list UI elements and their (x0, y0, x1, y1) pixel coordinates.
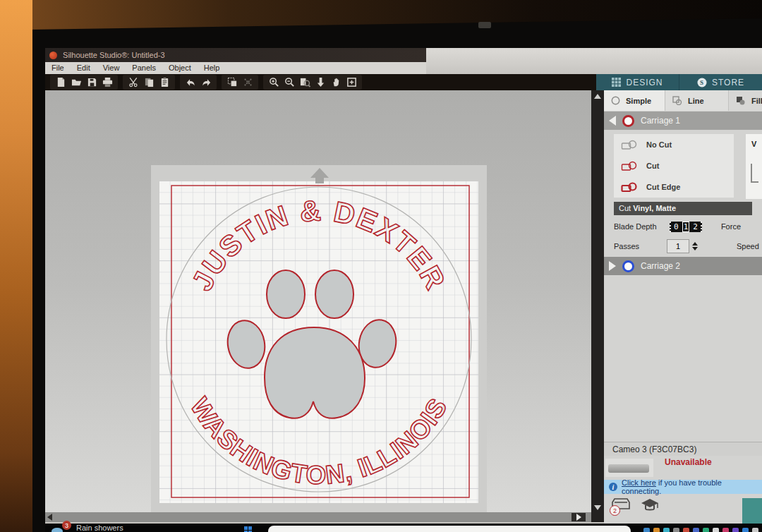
blade-graphic-icon (750, 164, 760, 185)
new-document-icon[interactable] (53, 76, 68, 88)
zoom-drag-icon[interactable] (313, 76, 328, 88)
passes-row: Passes Speed (614, 238, 762, 254)
passes-label: Passes (614, 242, 660, 250)
horizontal-scrollbar[interactable] (45, 512, 591, 522)
blade-depth-row: Blade Depth 012 Force (614, 219, 762, 234)
carriage2-header[interactable]: Carriage 2 (604, 257, 762, 275)
zoom-out-icon[interactable] (282, 76, 297, 88)
blade-depth-value[interactable]: 012 (670, 222, 702, 232)
paste-in-front-icon[interactable] (224, 76, 240, 88)
expand-icon[interactable] (609, 261, 616, 271)
taskbar-app-icon[interactable] (643, 528, 650, 532)
taskbar-app-icon[interactable] (732, 528, 739, 532)
carriage2-title: Carriage 2 (641, 261, 680, 271)
option-cut-edge[interactable]: Cut Edge (614, 176, 734, 198)
speed-label: Speed (737, 242, 759, 250)
weather-widget[interactable]: Rain showers (76, 524, 123, 532)
toolbar-group (180, 75, 217, 90)
design-grid-icon (612, 78, 621, 87)
titlebar-glare (426, 48, 762, 74)
menu-file[interactable]: File (45, 62, 71, 74)
design-artwork: JUSTIN & DEXTER WASHINGTON, ILLINOIS (45, 90, 591, 512)
collapse-icon[interactable] (609, 116, 616, 126)
carriage1-title: Carriage 1 (641, 116, 680, 126)
laptop-screen: Silhouette Studio®: Untitled-3 FileEditV… (45, 48, 762, 532)
taskbar-app-icon[interactable] (713, 528, 719, 532)
open-folder-icon[interactable] (68, 76, 84, 88)
panel-corner-button[interactable] (742, 498, 762, 524)
print-icon[interactable] (99, 76, 115, 88)
menu-panels[interactable]: Panels (126, 62, 162, 74)
design-canvas[interactable]: JUSTIN & DEXTER WASHINGTON, ILLINOIS (45, 90, 591, 512)
taskbar-app-icon[interactable] (673, 528, 679, 532)
option-cut[interactable]: Cut (614, 155, 734, 176)
carriage1-header[interactable]: Carriage 1 (604, 111, 762, 130)
menu-view[interactable]: View (97, 62, 126, 74)
material-prefix: Cut (619, 204, 633, 212)
store-logo-icon: S (697, 78, 707, 87)
taskbar-app-icon[interactable] (653, 528, 660, 532)
scroll-right-button[interactable] (572, 513, 586, 521)
fill-tab-icon (736, 96, 746, 105)
taskbar-search-input[interactable] (268, 526, 631, 532)
option-no-cut[interactable]: No Cut (614, 134, 734, 155)
cut-scissors-icon[interactable] (126, 76, 141, 88)
tutorials-graduation-cap-icon[interactable] (641, 497, 659, 516)
option-label: Cut (646, 162, 659, 170)
svg-text:S: S (700, 79, 704, 86)
simple-tab-label: Simple (626, 97, 651, 105)
force-label: Force (721, 222, 741, 231)
tab-store[interactable]: S STORE (679, 74, 762, 90)
tab-simple[interactable]: Simple (604, 90, 665, 111)
copy-icon[interactable] (141, 76, 157, 88)
pan-icon[interactable] (328, 76, 344, 88)
toolbar (45, 74, 596, 90)
paste-icon[interactable] (157, 76, 172, 88)
taskbar-app-icon[interactable] (693, 528, 699, 532)
no-cut-icon (621, 140, 638, 150)
webcam (478, 22, 491, 28)
delete-icon[interactable] (240, 76, 255, 88)
click-here-link[interactable]: Click here (622, 478, 656, 487)
taskbar-app-icon[interactable] (683, 528, 689, 532)
tab-line[interactable]: Line (665, 90, 728, 111)
tab-fill[interactable]: Fill (728, 90, 762, 111)
passes-up-icon[interactable] (692, 242, 698, 246)
zoom-in-icon[interactable] (266, 76, 282, 88)
carriage2-blue-ring-icon (622, 260, 634, 272)
taskbar-app-icon[interactable] (722, 528, 729, 532)
panel-footer: 2 (604, 494, 762, 524)
undo-icon[interactable] (183, 76, 198, 88)
taskbar-app-icon[interactable] (703, 528, 709, 532)
device-name: Cameo 3 (F3C07BC3) (604, 442, 762, 456)
passes-spinner[interactable] (692, 242, 698, 250)
redo-icon[interactable] (198, 76, 214, 88)
scroll-left-icon[interactable] (47, 514, 52, 521)
send-to-machine-icon[interactable]: 2 (611, 497, 632, 515)
store-tab-label: STORE (712, 78, 744, 87)
passes-input[interactable] (667, 239, 689, 253)
connect-help-bar: i Click here if you have trouble connect… (604, 480, 762, 494)
scroll-right-icon (576, 514, 581, 521)
orange-wall (0, 0, 32, 532)
photo-of-laptop: Silhouette Studio®: Untitled-3 FileEditV… (0, 0, 762, 532)
menu-help[interactable]: Help (198, 62, 226, 74)
cutoff-side-panel: V (746, 134, 762, 199)
fill-tab-label: Fill (751, 97, 762, 105)
menu-edit[interactable]: Edit (71, 62, 97, 74)
fit-to-page-icon[interactable] (344, 76, 359, 88)
scroll-up-icon[interactable] (594, 94, 601, 99)
scroll-down-icon[interactable] (594, 505, 601, 510)
taskbar-app-icon[interactable] (742, 528, 749, 532)
zoom-selection-icon[interactable] (297, 76, 313, 88)
passes-down-icon[interactable] (692, 247, 698, 250)
taskbar-app-icon[interactable] (752, 528, 758, 532)
menu-object[interactable]: Object (162, 62, 198, 74)
tab-design[interactable]: DESIGN (596, 74, 679, 90)
save-icon[interactable] (84, 76, 99, 88)
vertical-scrollbar[interactable] (591, 90, 604, 522)
windows-start-icon[interactable] (244, 526, 253, 532)
taskbar-app-icon[interactable] (663, 528, 670, 532)
cut-options: No Cut Cut Cut Edge (614, 134, 734, 198)
window-title: Silhouette Studio®: Untitled-3 (63, 51, 164, 59)
